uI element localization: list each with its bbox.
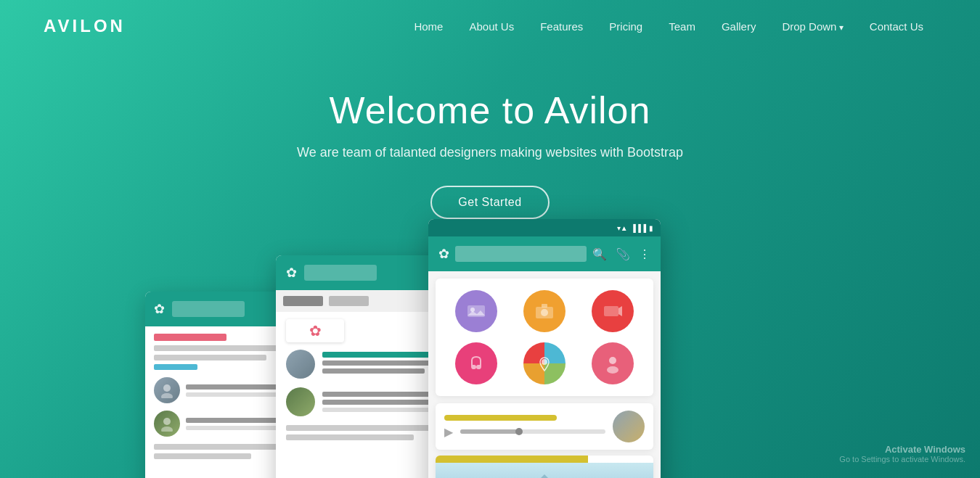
svg-point-12 xyxy=(607,366,618,374)
nav-link-about[interactable]: About Us xyxy=(456,13,527,40)
play-button-icon: ▶ xyxy=(444,425,453,439)
lotus-icon-pink: ✿ xyxy=(309,322,322,339)
clip-icon: 📎 xyxy=(616,247,630,261)
mid-line-light-1 xyxy=(322,408,440,412)
mock-search-bar-right xyxy=(455,246,587,262)
mid-avatar-1 xyxy=(286,350,315,379)
yellow-bar xyxy=(444,415,557,421)
mock-avatar-2 xyxy=(154,411,180,437)
lotus-icon-mid: ✿ xyxy=(286,265,297,281)
hero-subtitle: We are team of talanted designers making… xyxy=(0,145,980,160)
nav-link-dropdown[interactable]: Drop Down xyxy=(769,13,856,40)
brand-logo[interactable]: AVILON xyxy=(44,16,126,36)
activate-subtitle: Go to Settings to activate Windows. xyxy=(839,455,965,463)
status-bar: ▾▲ ▐▐▐ ▮ xyxy=(428,219,661,236)
signal-icon: ▐▐▐ xyxy=(631,224,646,232)
nav-menu: Home About Us Features Pricing Team Gall… xyxy=(401,13,936,40)
nav-link-gallery[interactable]: Gallery xyxy=(709,13,769,40)
mockup-right: ▾▲ ▐▐▐ ▮ ✿ 🔍 📎 ⋮ xyxy=(428,219,661,478)
media-card: ▶ xyxy=(436,403,653,450)
nav-item-gallery[interactable]: Gallery xyxy=(709,13,769,40)
player-controls: ▶ xyxy=(444,425,605,439)
mid-grey-bar-1 xyxy=(286,425,451,431)
search-icon: 🔍 xyxy=(592,247,607,261)
svg-point-1 xyxy=(161,393,173,398)
mockups-container: ✿ xyxy=(0,241,980,478)
svg-point-11 xyxy=(609,357,616,364)
nav-link-pricing[interactable]: Pricing xyxy=(596,13,656,40)
mock-avatar-1 xyxy=(154,377,180,403)
navbar: AVILON Home About Us Features Pricing Te… xyxy=(0,0,980,52)
svg-rect-9 xyxy=(604,306,618,316)
app-icon-camera xyxy=(523,290,565,332)
svg-point-3 xyxy=(161,427,173,432)
nav-link-features[interactable]: Features xyxy=(527,13,596,40)
mockup-right-header: ✿ 🔍 📎 ⋮ xyxy=(428,236,661,271)
nav-item-about[interactable]: About Us xyxy=(456,13,527,40)
activate-title: Activate Windows xyxy=(839,444,965,455)
nav-link-home[interactable]: Home xyxy=(401,13,456,40)
hero-title: Welcome to Avilon xyxy=(0,88,980,132)
mock-grey-bar-3 xyxy=(154,444,281,450)
mountain-shape xyxy=(523,474,566,478)
svg-rect-8 xyxy=(542,304,547,308)
mid-grey-bar-2 xyxy=(286,434,414,440)
mock-line-light-1 xyxy=(186,392,280,397)
activate-windows-watermark: Activate Windows Go to Settings to activ… xyxy=(839,444,965,463)
mock-grey-bar-1 xyxy=(154,345,288,351)
mid-avatar-2 xyxy=(286,387,315,416)
header-icons: 🔍 📎 ⋮ xyxy=(592,247,650,261)
mock-search-bar-left xyxy=(172,301,245,317)
mock-tab-2 xyxy=(329,296,369,306)
app-icon-music xyxy=(455,342,497,384)
bottom-card xyxy=(436,456,653,478)
nav-item-team[interactable]: Team xyxy=(656,13,709,40)
app-icon-profile xyxy=(592,342,634,384)
mock-line-light-2 xyxy=(186,426,280,430)
nav-item-contact[interactable]: Contact Us xyxy=(857,13,936,40)
progress-area: ▶ xyxy=(444,415,605,439)
mock-grey-bar-2 xyxy=(154,355,266,360)
lotus-icon-left: ✿ xyxy=(154,301,165,317)
mid-line-dark-2 xyxy=(322,368,425,374)
wifi-icon: ▾▲ xyxy=(617,224,628,232)
nav-item-features[interactable]: Features xyxy=(527,13,596,40)
svg-point-7 xyxy=(541,309,548,316)
media-avatar xyxy=(613,411,645,442)
progress-fill xyxy=(460,429,518,434)
svg-point-2 xyxy=(163,418,171,425)
progress-track xyxy=(460,429,605,434)
mock-tab-1 xyxy=(283,296,323,306)
progress-thumb xyxy=(515,428,523,435)
nav-item-pricing[interactable]: Pricing xyxy=(596,13,656,40)
app-icons-grid xyxy=(436,279,653,396)
bottom-card-visual xyxy=(436,463,653,478)
bottom-card-top-bar xyxy=(436,456,588,463)
mid-line-dark-4 xyxy=(322,400,440,405)
mock-search-bar-mid xyxy=(304,265,377,281)
hero-section: Welcome to Avilon We are team of talante… xyxy=(0,52,980,219)
lotus-icon-right: ✿ xyxy=(438,246,449,262)
app-icon-video xyxy=(592,290,634,332)
get-started-button[interactable]: Get Started xyxy=(430,186,549,219)
nav-link-team[interactable]: Team xyxy=(656,13,709,40)
mock-blue-bar xyxy=(154,364,197,370)
app-icon-photos xyxy=(455,290,497,332)
svg-point-10 xyxy=(542,359,547,365)
nav-item-dropdown[interactable]: Drop Down xyxy=(769,13,856,40)
nav-link-contact[interactable]: Contact Us xyxy=(857,13,936,40)
more-icon: ⋮ xyxy=(639,247,650,261)
mock-highlight-bar xyxy=(154,334,226,341)
mid-top-bar: ✿ xyxy=(286,319,344,342)
svg-point-0 xyxy=(163,384,171,392)
nav-item-home[interactable]: Home xyxy=(401,13,456,40)
battery-icon: ▮ xyxy=(649,224,653,232)
app-icon-maps xyxy=(523,342,565,384)
mock-grey-bar-4 xyxy=(154,453,251,459)
